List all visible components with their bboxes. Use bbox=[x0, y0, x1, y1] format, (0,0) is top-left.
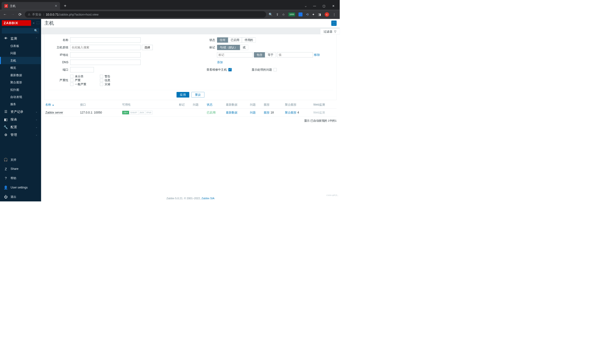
nav-section-reports[interactable]: ▮▯ 报表 ⌄ bbox=[0, 116, 41, 123]
nav-item-screens[interactable]: 聚合图形 bbox=[0, 79, 41, 86]
zoom-icon[interactable]: 🔍 bbox=[269, 13, 273, 16]
reload-icon[interactable]: ⟳ bbox=[18, 12, 22, 17]
severity-not-classified[interactable]: 未分类 bbox=[70, 74, 94, 78]
severity-average[interactable]: 一般严重 bbox=[70, 82, 94, 86]
tag-key-input[interactable] bbox=[217, 52, 253, 57]
nav-item-problems[interactable]: 问题 bbox=[0, 50, 41, 57]
sidebar: ZABBIX « ⛶ 🔍 👁 监测 ⌃ 仪表板 问题 主机 概览 最新数据 聚合… bbox=[0, 19, 41, 201]
tag-remove-link[interactable]: 移除 bbox=[314, 53, 320, 57]
profile-avatar[interactable]: C bbox=[325, 12, 329, 17]
filter-tab[interactable]: 过滤器 ▽ bbox=[320, 29, 340, 34]
maximize-icon[interactable]: ▢ bbox=[322, 4, 325, 8]
address-bar[interactable]: ⚠ 不安全 | 10.0.0.71/zabbix.php?action=host… bbox=[25, 11, 266, 18]
extensions-puzzle-icon[interactable]: ✦ bbox=[312, 13, 315, 16]
chevron-up-icon: ⌃ bbox=[36, 37, 37, 40]
host-name-link[interactable]: Zabbix server bbox=[45, 111, 63, 114]
filter-panel: 名称 主机群组选择 IP地址 DNS 端口 严重性 未分类 警告 严重 信息 一… bbox=[44, 34, 337, 100]
apply-button[interactable]: 应用 bbox=[177, 92, 189, 97]
nav-section-config[interactable]: 🔧 配置 ⌄ bbox=[0, 123, 41, 131]
nav-section-monitoring[interactable]: 👁 监测 ⌃ bbox=[0, 35, 41, 42]
status-disabled[interactable]: 停用的 bbox=[242, 37, 256, 43]
tag-contains[interactable]: 包含 bbox=[254, 52, 265, 57]
label-severity: 严重性 bbox=[48, 78, 70, 82]
minimize-icon[interactable]: — bbox=[313, 4, 316, 8]
nav-item-overview[interactable]: 概览 bbox=[0, 64, 41, 71]
nav-item-services[interactable]: 服务 bbox=[0, 101, 41, 108]
chevron-down-icon: ⌄ bbox=[36, 110, 37, 113]
popout-icon[interactable]: ⛶ bbox=[36, 21, 39, 25]
logo[interactable]: ZABBIX bbox=[2, 20, 31, 26]
nav-item-dashboard[interactable]: 仪表板 bbox=[0, 42, 41, 50]
nav-section-inventory[interactable]: ☰ 资产记录 ⌄ bbox=[0, 108, 41, 116]
severity-disaster[interactable]: 灾难 bbox=[100, 82, 124, 86]
zabbix-sia-link[interactable]: Zabbix SIA bbox=[201, 197, 214, 200]
nav-item-discovery[interactable]: 自动发现 bbox=[0, 93, 41, 101]
port-input[interactable] bbox=[70, 67, 94, 72]
cell-interface: 127.0.0.1: 10050 bbox=[79, 109, 121, 117]
collapse-sidebar-icon[interactable]: « bbox=[33, 21, 35, 25]
google-translate-extension-icon[interactable] bbox=[299, 13, 303, 16]
search-icon[interactable]: 🔍 bbox=[34, 29, 38, 32]
back-icon[interactable]: ← bbox=[2, 12, 8, 17]
browser-tab[interactable]: Z 主机 ✕ bbox=[2, 2, 60, 10]
side-panel-icon[interactable]: ◨ bbox=[318, 13, 321, 16]
name-input[interactable] bbox=[70, 37, 140, 43]
severity-warning[interactable]: 警告 bbox=[100, 74, 124, 78]
share-icon[interactable]: ⇪ bbox=[276, 13, 279, 16]
severity-high[interactable]: 严重 bbox=[70, 78, 94, 82]
nav-item-latest[interactable]: 最新数据 bbox=[0, 71, 41, 78]
chevron-down-icon[interactable]: ⌵ bbox=[305, 4, 307, 8]
browser-actions: 🔍 ⇪ ☆ 1000 ⟲ ✦ ◨ C ⋮ bbox=[269, 12, 337, 17]
problems-link[interactable]: 问题 bbox=[250, 111, 256, 114]
dns-input[interactable] bbox=[70, 60, 140, 65]
sync-extension-icon[interactable]: ⟲ bbox=[306, 13, 309, 16]
ip-input[interactable] bbox=[70, 52, 140, 57]
col-availability: 可用性 bbox=[121, 101, 178, 108]
z-icon: Z bbox=[4, 167, 8, 171]
extension-badge[interactable]: 1000 bbox=[289, 13, 295, 16]
nav-share[interactable]: ZShare bbox=[0, 164, 41, 174]
nav-support[interactable]: 🎧支持 bbox=[0, 155, 41, 164]
screens-link[interactable]: 聚合图形 4 bbox=[285, 111, 299, 114]
nav-logout[interactable]: ⏻退出 bbox=[0, 192, 41, 201]
tag-value-input[interactable] bbox=[277, 52, 313, 57]
watermark: CSDN @约久.. bbox=[326, 194, 339, 197]
select-group-button[interactable]: 选择 bbox=[142, 45, 153, 50]
col-problems: 问题 bbox=[192, 101, 206, 108]
kebab-menu-icon[interactable]: ⋮ bbox=[333, 13, 336, 16]
new-tab-button[interactable]: ＋ bbox=[60, 3, 70, 10]
close-tab-icon[interactable]: ✕ bbox=[55, 4, 57, 8]
power-icon: ⏻ bbox=[4, 195, 8, 199]
close-window-icon[interactable]: ✕ bbox=[332, 4, 335, 8]
col-problems2: 问题 bbox=[249, 101, 263, 108]
show-suppressed-checkbox[interactable] bbox=[274, 68, 277, 71]
tag-mode-or[interactable]: 或 bbox=[240, 45, 248, 50]
col-status[interactable]: 状态 bbox=[206, 101, 225, 108]
forward-icon: → bbox=[10, 12, 15, 17]
nav-item-maps[interactable]: 拓扑图 bbox=[0, 86, 41, 93]
nav-item-hosts[interactable]: 主机 bbox=[0, 57, 41, 64]
reset-button[interactable]: 重设 bbox=[191, 92, 204, 97]
tag-add-link[interactable]: 添加 bbox=[217, 60, 223, 65]
col-name[interactable]: 名称 ▲ bbox=[44, 101, 79, 108]
sidebar-search-input[interactable] bbox=[2, 28, 39, 34]
status-any[interactable]: 任何 bbox=[217, 37, 228, 43]
nav-help[interactable]: ?帮助 bbox=[0, 174, 41, 183]
label-name: 名称 bbox=[48, 38, 70, 42]
fullscreen-button[interactable]: ⛶ bbox=[331, 21, 336, 26]
nav-user-settings[interactable]: 👤User settings bbox=[0, 183, 41, 192]
tag-equals[interactable]: 等于 bbox=[265, 52, 276, 57]
tag-mode-andor[interactable]: 与/或（默认） bbox=[217, 45, 240, 50]
chevron-down-icon: ⌄ bbox=[36, 133, 37, 136]
latest-link[interactable]: 最新数据 bbox=[226, 111, 238, 114]
zabbix-favicon: Z bbox=[4, 4, 8, 8]
graphs-link[interactable]: 图形 18 bbox=[264, 111, 274, 114]
nav-section-admin[interactable]: ⚙ 管理 ⌄ bbox=[0, 131, 41, 139]
severity-info[interactable]: 信息 bbox=[100, 78, 124, 82]
page-title: 主机 bbox=[44, 20, 54, 26]
bookmark-star-icon[interactable]: ☆ bbox=[282, 13, 285, 16]
label-tags: 标记 bbox=[195, 46, 217, 50]
status-enabled[interactable]: 已启用 bbox=[228, 37, 242, 43]
host-group-input[interactable] bbox=[70, 45, 140, 50]
maintenance-checkbox[interactable] bbox=[228, 68, 231, 71]
